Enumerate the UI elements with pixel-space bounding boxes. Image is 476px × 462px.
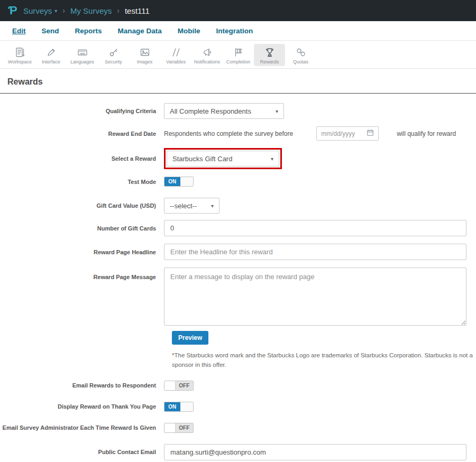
toolbar-item-notifications[interactable]: Notifications — [191, 44, 223, 66]
email-rewards-row: Email Rewards to Respondent OFF — [0, 381, 476, 391]
selected-value: Starbucks Gift Card — [172, 155, 232, 163]
toggle-state-label: ON — [164, 402, 180, 411]
qualifying-criteria-select[interactable]: All Complete Respondents ▾ — [164, 103, 284, 119]
public-contact-email-label: Public Contact Email — [0, 449, 164, 455]
email-admin-label: Email Survey Administrator Each Time Rew… — [0, 424, 164, 431]
email-admin-row: Email Survey Administrator Each Time Rew… — [0, 423, 476, 433]
toolbar-item-label: Rewards — [260, 59, 279, 64]
qualifying-criteria-label: Qualifying Criteria — [0, 108, 164, 114]
interface-icon — [45, 47, 57, 58]
gift-card-value-select[interactable]: --select-- ▾ — [164, 198, 219, 214]
languages-icon — [77, 47, 88, 58]
breadcrumb-surveys[interactable]: Surveys ▾ — [23, 6, 57, 15]
questionpro-logo[interactable]: Ƥ — [5, 0, 20, 21]
qualifying-criteria-row: Qualifying Criteria All Complete Respond… — [0, 103, 476, 119]
toggle-state-label: OFF — [176, 423, 193, 432]
select-reward-label: Select a Reward — [0, 155, 164, 162]
toolbar-item-interface[interactable]: Interface — [35, 44, 67, 66]
select-reward-highlight: Starbucks Gift Card ▾ — [164, 148, 282, 169]
breadcrumb-separator-icon: › — [117, 6, 120, 15]
toolbar-item-workspace[interactable]: Workspace — [4, 44, 35, 66]
starbucks-disclaimer-text: *The Starbucks word mark and the Starbuc… — [172, 351, 476, 370]
security-icon — [108, 47, 120, 58]
reward-page-message-label: Reward Page Message — [0, 267, 164, 280]
toolbar-item-security[interactable]: Security — [98, 44, 129, 66]
toolbar-item-label: Languages — [70, 59, 94, 64]
reward-page-message-row: Reward Page Message — [0, 267, 476, 326]
tab-send[interactable]: Send — [34, 27, 67, 35]
reward-end-date-input[interactable]: mm/dd/yyyy — [316, 126, 379, 141]
page-title: Rewards — [0, 69, 476, 93]
toggle-track — [164, 381, 176, 390]
topbar: Ƥ Surveys ▾ › My Surveys › test111 — [0, 0, 476, 21]
toolbar-item-label: Images — [137, 59, 153, 64]
chevron-down-icon: ▾ — [276, 108, 278, 114]
selected-value: All Complete Respondents — [170, 107, 251, 115]
reward-page-message-textarea[interactable] — [164, 267, 466, 326]
preview-button[interactable]: Preview — [172, 331, 208, 345]
reward-page-headline-input[interactable] — [164, 244, 466, 260]
toolbar-item-completion[interactable]: Completion — [223, 44, 254, 66]
toggle-track — [180, 402, 193, 411]
rewards-form: Qualifying Criteria All Complete Respond… — [0, 94, 476, 462]
tab-reports[interactable]: Reports — [67, 27, 110, 35]
breadcrumb-my-surveys[interactable]: My Surveys — [70, 6, 112, 15]
test-mode-row: Test Mode ON — [0, 177, 476, 187]
test-mode-label: Test Mode — [0, 179, 164, 185]
toolbar-item-variables[interactable]: Variables — [160, 44, 191, 66]
test-mode-toggle[interactable]: ON — [164, 177, 194, 187]
reward-end-date-row: Reward End Date Respondents who complete… — [0, 126, 476, 141]
toolbar-item-label: Variables — [166, 59, 186, 64]
breadcrumb-current-survey: test111 — [125, 6, 150, 15]
toggle-state-label: OFF — [176, 381, 193, 390]
toolbar-item-label: Notifications — [194, 59, 220, 64]
number-of-gift-cards-row: Number of Gift Cards — [0, 220, 476, 236]
toolbar-item-rewards[interactable]: Rewards — [254, 44, 285, 66]
tab-mobile[interactable]: Mobile — [170, 27, 208, 35]
toolbar-item-label: Quotas — [293, 59, 308, 64]
toolbar-item-label: Workspace — [8, 59, 32, 64]
quotas-icon — [295, 47, 307, 58]
gift-card-value-row: Gift Card Value (USD) --select-- ▾ — [0, 198, 476, 214]
select-reward-select[interactable]: Starbucks Gift Card ▾ — [167, 151, 279, 167]
selected-value: --select-- — [170, 202, 197, 210]
preview-row: Preview — [172, 331, 476, 345]
toolbar-item-label: Completion — [226, 59, 251, 64]
variables-icon — [170, 47, 182, 58]
display-reward-row: Display Reward on Thank You Page ON — [0, 402, 476, 412]
display-reward-toggle[interactable]: ON — [164, 402, 194, 412]
end-date-suffix-text: will qualify for reward — [397, 130, 456, 137]
breadcrumb-surveys-label: Surveys — [23, 6, 52, 15]
completion-icon — [233, 47, 244, 58]
email-rewards-toggle[interactable]: OFF — [164, 381, 194, 391]
email-admin-toggle[interactable]: OFF — [164, 423, 194, 433]
edit-toolbar: Workspace Interface Languages Security I… — [0, 41, 476, 69]
number-of-gift-cards-input[interactable] — [164, 220, 466, 236]
images-icon — [139, 47, 151, 58]
notifications-icon — [202, 47, 213, 58]
toggle-track — [180, 177, 193, 186]
tab-manage-data[interactable]: Manage Data — [110, 27, 170, 35]
chevron-down-icon: ▾ — [211, 203, 214, 209]
select-reward-row: Select a Reward Starbucks Gift Card ▾ — [0, 148, 476, 169]
toolbar-item-quotas[interactable]: Quotas — [285, 44, 316, 66]
date-placeholder: mm/dd/yyyy — [321, 130, 355, 137]
rewards-icon — [264, 47, 276, 58]
tab-integration[interactable]: Integration — [208, 27, 261, 35]
chevron-down-icon: ▾ — [54, 8, 57, 14]
display-reward-label: Display Reward on Thank You Page — [0, 403, 164, 410]
toggle-state-label: ON — [164, 177, 180, 186]
toolbar-item-images[interactable]: Images — [129, 44, 160, 66]
calendar-icon[interactable] — [367, 129, 374, 138]
public-contact-email-row: Public Contact Email — [0, 444, 476, 460]
email-rewards-label: Email Rewards to Respondent — [0, 382, 164, 389]
reward-end-date-label: Reward End Date — [0, 131, 164, 137]
toolbar-item-label: Interface — [42, 59, 60, 64]
chevron-down-icon: ▾ — [271, 156, 273, 162]
workspace-icon — [14, 47, 26, 58]
reward-page-headline-label: Reward Page Headline — [0, 249, 164, 255]
public-contact-email-input[interactable] — [164, 444, 466, 460]
toolbar-item-languages[interactable]: Languages — [67, 44, 98, 66]
tab-edit[interactable]: Edit — [4, 27, 34, 35]
toolbar-item-label: Security — [105, 59, 122, 64]
